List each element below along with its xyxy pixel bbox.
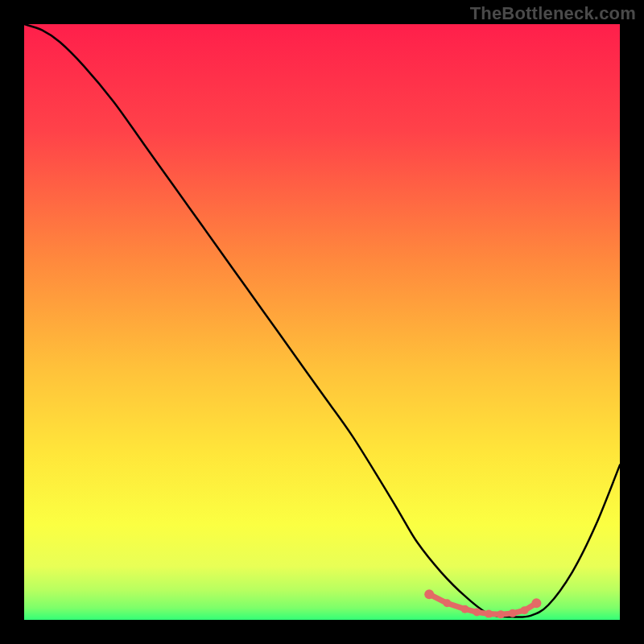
optimal-marker — [461, 605, 469, 613]
optimal-marker — [497, 610, 505, 618]
optimal-marker — [531, 598, 541, 608]
optimal-marker — [509, 609, 517, 617]
optimal-marker — [485, 610, 493, 618]
optimal-marker — [521, 606, 529, 614]
optimal-marker — [473, 608, 481, 616]
optimal-marker — [443, 599, 451, 607]
watermark-text: TheBottleneck.com — [470, 3, 636, 24]
gradient-background — [24, 24, 620, 620]
optimal-marker — [424, 589, 434, 599]
bottleneck-chart — [24, 24, 620, 620]
